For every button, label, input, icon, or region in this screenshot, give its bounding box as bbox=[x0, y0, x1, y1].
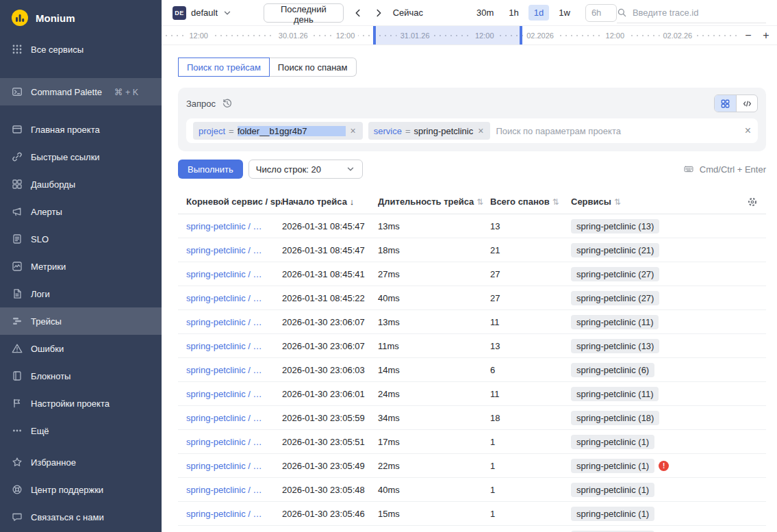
sort-toggle-icon bbox=[614, 197, 621, 207]
sidebar-item-all-services[interactable]: Все сервисы bbox=[0, 36, 162, 63]
custom-range-input[interactable] bbox=[585, 4, 617, 22]
trace-link[interactable]: spring-petclinic / … bbox=[186, 389, 282, 399]
trace-duration: 17ms bbox=[378, 437, 490, 447]
sidebar-item[interactable]: Главная проекта bbox=[0, 116, 162, 143]
error-icon bbox=[659, 461, 669, 471]
trace-span-count: 13 bbox=[490, 221, 571, 231]
service-badge: spring-petclinic (1) bbox=[571, 507, 654, 521]
trace-duration: 11ms bbox=[378, 341, 490, 351]
all-services-grid-icon bbox=[12, 44, 23, 55]
filter-param-input[interactable] bbox=[496, 126, 739, 136]
brand[interactable]: Monium bbox=[0, 0, 162, 36]
sort-toggle-icon bbox=[476, 197, 483, 207]
sidebar-item[interactable]: Дашборды bbox=[0, 170, 162, 198]
trace-start-time: 2026-01-30 23:06:01 bbox=[282, 389, 378, 399]
trace-link[interactable]: spring-petclinic / … bbox=[186, 485, 282, 495]
trace-link[interactable]: spring-petclinic / … bbox=[186, 221, 282, 231]
trace-duration: 13ms bbox=[378, 317, 490, 327]
favorites-icon bbox=[12, 457, 23, 468]
trace-link[interactable]: spring-petclinic / … bbox=[186, 365, 282, 375]
notebooks-icon bbox=[12, 370, 23, 381]
table-row: spring-petclinic / … 2026-01-30 23:05:45… bbox=[178, 526, 766, 532]
sidebar-item[interactable]: Блокноты bbox=[0, 362, 162, 390]
period-prev-button[interactable] bbox=[349, 4, 367, 22]
query-history-button[interactable] bbox=[222, 98, 233, 109]
sidebar-item[interactable]: Быстрые ссылки bbox=[0, 143, 162, 170]
monium-logo-icon bbox=[11, 9, 29, 27]
sidebar-item[interactable]: Ещё bbox=[0, 417, 162, 444]
timeline-zoom-in-button[interactable]: + bbox=[759, 29, 773, 42]
period-next-button[interactable] bbox=[370, 4, 387, 22]
sidebar-item-label: Быстрые ссылки bbox=[31, 152, 100, 162]
sidebar-item[interactable]: SLO bbox=[0, 225, 162, 253]
remove-filter-icon[interactable]: × bbox=[476, 125, 485, 137]
query-panel: Запрос projec bbox=[178, 88, 766, 151]
project-settings-icon bbox=[12, 398, 23, 409]
timeline-selection[interactable] bbox=[374, 26, 521, 45]
time-range-button[interactable]: 30m bbox=[471, 5, 499, 21]
sidebar-item[interactable]: Трейсы bbox=[0, 307, 162, 335]
trace-start-time: 2026-01-30 23:05:49 bbox=[282, 461, 378, 471]
table-header: Корневой сервис / spa Начало трейса Длит… bbox=[178, 190, 766, 214]
sidebar-item-command-palette[interactable]: Command Palette ⌘ + K bbox=[0, 78, 162, 105]
trace-link[interactable]: spring-petclinic / … bbox=[186, 269, 282, 279]
run-query-button[interactable]: Выполнить bbox=[178, 160, 243, 179]
filter-value: spring-petclinic bbox=[414, 126, 474, 136]
period-button[interactable]: Последний день bbox=[264, 3, 344, 23]
sidebar-item[interactable]: Метрики bbox=[0, 253, 162, 280]
sidebar-nav: Главная проекта Быстрые ссылки Дашборды … bbox=[0, 116, 162, 444]
code-view-button[interactable] bbox=[736, 95, 757, 112]
column-header[interactable]: Длительность трейса bbox=[378, 197, 490, 207]
rows-count-select[interactable]: Число строк: 20 bbox=[249, 160, 363, 179]
clear-filters-icon[interactable]: × bbox=[745, 125, 751, 136]
time-range-button[interactable]: 1h bbox=[503, 5, 524, 21]
table-settings-gear-icon[interactable] bbox=[747, 197, 758, 207]
filter-chip[interactable]: service = spring-petclinic × bbox=[368, 122, 491, 140]
column-header[interactable]: Сервисы bbox=[571, 197, 736, 207]
traces-icon bbox=[12, 316, 23, 327]
time-range-button[interactable]: 1w bbox=[553, 5, 576, 21]
filter-operator: = bbox=[405, 126, 411, 136]
sidebar-footer-item[interactable]: Центр поддержки bbox=[0, 476, 162, 503]
timeline-ruler[interactable]: 12:00 30.01.26 12:00 31.01.26 12:00 02.2… bbox=[162, 26, 777, 45]
trace-link[interactable]: spring-petclinic / … bbox=[186, 245, 282, 255]
column-header[interactable]: Всего спанов bbox=[490, 197, 571, 207]
sidebar-item[interactable]: Ошибки bbox=[0, 335, 162, 362]
trace-search-input[interactable] bbox=[633, 8, 766, 18]
column-header[interactable]: Корневой сервис / spa bbox=[186, 197, 282, 207]
trace-duration: 40ms bbox=[378, 293, 490, 303]
sidebar-item-label: Блокноты bbox=[31, 371, 71, 381]
project-switcher[interactable]: DE default bbox=[173, 6, 232, 20]
trace-duration: 14ms bbox=[378, 365, 490, 375]
trace-link[interactable]: spring-petclinic / … bbox=[186, 509, 282, 519]
search-mode-tab[interactable]: Поиск по трейсам bbox=[178, 58, 270, 77]
timeline-zoom-out-button[interactable]: − bbox=[741, 29, 755, 42]
search-mode-tab[interactable]: Поиск по спанам bbox=[270, 58, 357, 77]
shortcut-hint: Cmd/Ctrl + Enter bbox=[683, 164, 766, 175]
sidebar-item[interactable]: Настройки проекта bbox=[0, 390, 162, 417]
trace-link[interactable]: spring-petclinic / … bbox=[186, 293, 282, 303]
trace-link[interactable]: spring-petclinic / … bbox=[186, 341, 282, 351]
trace-link[interactable]: spring-petclinic / … bbox=[186, 461, 282, 471]
trace-start-time: 2026-01-30 23:06:03 bbox=[282, 365, 378, 375]
chevron-left-icon bbox=[353, 8, 364, 18]
sidebar-footer-item[interactable]: Связаться с нами bbox=[0, 503, 162, 531]
trace-duration: 18ms bbox=[378, 245, 490, 255]
now-button[interactable]: Сейчас bbox=[393, 8, 423, 18]
filter-bar: project = folder__b1ggr4b7 × service = s… bbox=[186, 118, 758, 143]
trace-link[interactable]: spring-petclinic / … bbox=[186, 317, 282, 327]
builder-view-button[interactable] bbox=[715, 95, 736, 112]
trace-link[interactable]: spring-petclinic / … bbox=[186, 413, 282, 423]
filter-chip[interactable]: project = folder__b1ggr4b7 × bbox=[193, 122, 363, 140]
sidebar-item[interactable]: Логи bbox=[0, 280, 162, 307]
filter-value: folder__b1ggr4b7 bbox=[238, 126, 346, 136]
column-header[interactable]: Начало трейса bbox=[282, 197, 378, 207]
trace-link[interactable]: spring-petclinic / … bbox=[186, 437, 282, 447]
sidebar-item[interactable]: Алерты bbox=[0, 198, 162, 225]
history-icon bbox=[222, 98, 233, 109]
sidebar-footer-item[interactable]: Избранное bbox=[0, 448, 162, 476]
time-range-button[interactable]: 1d bbox=[528, 5, 549, 21]
remove-filter-icon[interactable]: × bbox=[349, 125, 357, 137]
trace-duration: 22ms bbox=[378, 461, 490, 471]
logs-icon bbox=[12, 288, 23, 299]
